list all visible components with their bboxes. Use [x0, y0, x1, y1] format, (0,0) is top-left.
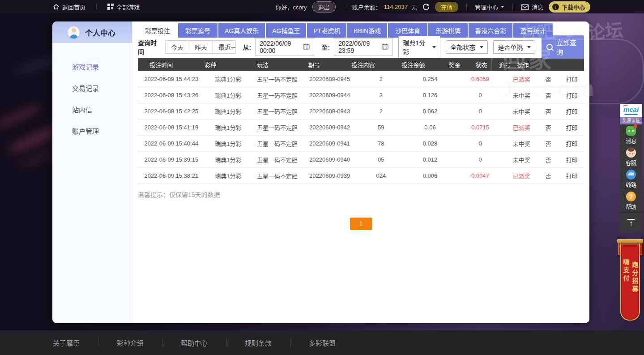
- sidebar-menu-item[interactable]: 交易记录: [52, 77, 132, 98]
- sidebar-menu-item[interactable]: 站内信: [52, 98, 132, 120]
- content-panel: 彩票投注 彩票追号 AG真人娱乐 AG捕鱼王 PT老虎机 BBIN游戏 沙巴体育: [132, 21, 589, 323]
- table-header-cell: 彩种: [185, 60, 236, 69]
- cell-lottery: 瑞典1分彩: [205, 155, 252, 164]
- widget-item[interactable]: 线路: [620, 168, 642, 190]
- print-link[interactable]: 打印: [559, 123, 584, 132]
- quick-date-group: 今天昨天最近一周: [165, 40, 236, 54]
- tab-label: 彩票投注: [145, 26, 170, 35]
- mcai-logo[interactable]: mcai: [620, 104, 642, 117]
- record-tab[interactable]: AG真人娱乐: [218, 23, 265, 38]
- admin-center-label: 管理中心: [475, 3, 498, 11]
- quick-date-button[interactable]: 今天: [166, 41, 189, 53]
- record-tab[interactable]: 香港六合彩: [469, 23, 512, 38]
- recharge-button[interactable]: 充值: [435, 2, 458, 12]
- messages-link[interactable]: 消息: [521, 3, 543, 11]
- single-pick-select[interactable]: 是否单挑: [493, 40, 535, 54]
- footer-link[interactable]: 关于摩臣: [53, 338, 117, 347]
- sidebar-menu: 游戏记录 交易记录 站内信 账户管理: [52, 43, 132, 141]
- cell-lottery: 瑞典1分彩: [205, 91, 252, 99]
- record-tab[interactable]: 彩票投注: [138, 23, 177, 38]
- cell-status: 已派奖: [506, 75, 537, 83]
- sidebar-menu-item[interactable]: 账户管理: [52, 120, 132, 141]
- cell-lottery: 瑞典1分彩: [205, 75, 252, 83]
- cell-chase: 否: [537, 155, 559, 164]
- widget-item[interactable]: 消息: [620, 124, 642, 146]
- table-header-cell: 投注内容: [339, 60, 388, 69]
- print-link[interactable]: 打印: [559, 91, 584, 99]
- footer-link-label: 彩种介绍: [117, 338, 144, 347]
- print-link[interactable]: 打印: [559, 139, 584, 148]
- refresh-balance-icon[interactable]: [422, 3, 430, 10]
- bet-records-table: 投注时间彩种玩法期号投注内容投注金额奖金状态追号操作 2022-06-09 15…: [138, 58, 584, 184]
- background-streak: [0, 103, 42, 129]
- calendar-icon[interactable]: [382, 43, 388, 51]
- download-icon: ↓: [552, 4, 559, 10]
- table-header-cell: 期号: [290, 60, 339, 69]
- download-center-label: 下载中心: [562, 3, 585, 11]
- record-tab[interactable]: 彩票追号: [178, 23, 218, 38]
- tab-label: AG真人娱乐: [225, 26, 259, 35]
- record-tab[interactable]: PT老虎机: [307, 23, 346, 38]
- lottery-select[interactable]: 瑞典1分彩: [398, 36, 440, 58]
- footer-link[interactable]: 规则条款: [245, 338, 309, 347]
- sidebar: 个人中心 游戏记录 交易记录 站内信 账户管理: [52, 21, 132, 323]
- quick-date-button[interactable]: 最近一周: [213, 41, 236, 53]
- widget-item-label: 客服: [626, 159, 636, 167]
- lottery-select-value: 瑞典1分彩: [403, 38, 428, 56]
- quick-date-button[interactable]: 昨天: [189, 41, 213, 53]
- download-center-button[interactable]: ↓ 下载中心: [549, 1, 590, 13]
- search-button[interactable]: 立即查询: [542, 35, 584, 59]
- print-link[interactable]: 打印: [559, 171, 584, 180]
- tab-label: AG捕鱼王: [272, 26, 300, 35]
- cell-lottery: 瑞典1分彩: [205, 139, 252, 148]
- footer-link-label: 规则条款: [245, 338, 272, 347]
- cell-bet-amount: 0.006: [405, 172, 455, 179]
- record-tab[interactable]: BBIN游戏: [347, 23, 387, 38]
- date-to-input[interactable]: 2022/06/09 23:59: [334, 38, 393, 56]
- back-home-link[interactable]: 返回首页: [53, 3, 85, 11]
- footer-link[interactable]: 多彩联盟: [309, 338, 336, 347]
- footer-link-label: 帮助中心: [181, 338, 208, 347]
- table-row: 2022-06-09 15:44:23 瑞典1分彩 五星一码不定胆 202206…: [138, 71, 584, 87]
- query-time-label: 查询时间: [138, 38, 159, 56]
- promo-banner[interactable]: 嗨支付 跑分招募: [617, 239, 643, 325]
- balance-label: 账户余额：: [352, 3, 381, 11]
- cell-lottery: 瑞典1分彩: [205, 171, 252, 180]
- cell-bet-content: 3: [356, 92, 405, 98]
- back-to-top-button[interactable]: ↑: [620, 212, 642, 232]
- table-body: 2022-06-09 15:44:23 瑞典1分彩 五星一码不定胆 202206…: [138, 71, 584, 184]
- banner-body: 嗨支付 跑分招募: [620, 244, 640, 321]
- banner-top-decoration: [617, 239, 643, 243]
- from-label: 从:: [243, 43, 252, 51]
- cell-bet-time: 2022-06-09 15:43:26: [138, 92, 205, 98]
- print-link[interactable]: 打印: [559, 155, 584, 164]
- print-link[interactable]: 打印: [559, 107, 584, 115]
- cell-status: 未中奖: [506, 155, 537, 164]
- sidebar-menu-item[interactable]: 游戏记录: [52, 56, 132, 77]
- divider: [96, 4, 97, 10]
- footer-link[interactable]: 帮助中心: [181, 338, 245, 347]
- print-link[interactable]: 打印: [559, 75, 584, 83]
- admin-center-menu[interactable]: 管理中心: [475, 3, 504, 11]
- footer-link[interactable]: 彩种介绍: [117, 338, 181, 347]
- widget-item[interactable]: 帮助: [620, 190, 642, 212]
- search-button-label: 立即查询: [556, 38, 577, 56]
- cell-bet-amount: 0.028: [405, 140, 455, 147]
- watermark-text: 论坛: [586, 16, 624, 45]
- record-tab[interactable]: AG捕鱼王: [266, 23, 306, 38]
- record-tabs: 彩票投注 彩票追号 AG真人娱乐 AG捕鱼王 PT老虎机 BBIN游戏 沙巴体育: [138, 23, 584, 38]
- calendar-icon[interactable]: [303, 43, 310, 51]
- prize-cert-label[interactable]: 奖源认证: [620, 117, 642, 124]
- cell-bet-content: 59: [356, 124, 405, 131]
- cell-chase: 否: [537, 91, 559, 99]
- greeting-text: 你好，ccory: [276, 3, 307, 11]
- date-from-input[interactable]: 2022/06/09 00:00: [255, 38, 314, 56]
- home-icon: [53, 4, 60, 10]
- status-select[interactable]: 全部状态: [446, 40, 488, 54]
- all-games-link[interactable]: 全部游戏: [107, 3, 140, 11]
- logout-button[interactable]: 退出: [312, 1, 336, 13]
- cell-issue-number: 20220609-0941: [303, 140, 357, 147]
- table-row: 2022-06-09 15:42:25 瑞典1分彩 五星一码不定胆 202206…: [138, 103, 584, 120]
- widget-item[interactable]: 客服: [620, 146, 642, 168]
- page-button-1[interactable]: 1: [350, 218, 372, 230]
